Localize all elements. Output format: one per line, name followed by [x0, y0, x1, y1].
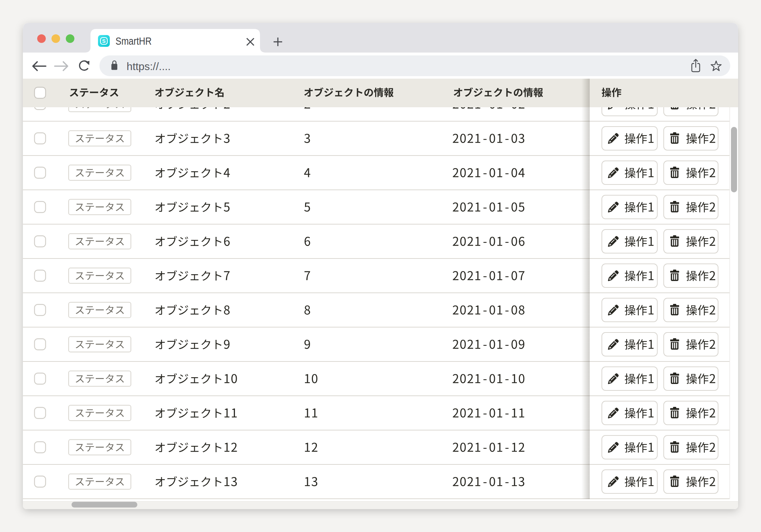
svg-text:https://....: https://....	[127, 60, 171, 72]
svg-text:S: S	[102, 38, 105, 44]
svg-text:SmartHR: SmartHR	[116, 35, 152, 47]
